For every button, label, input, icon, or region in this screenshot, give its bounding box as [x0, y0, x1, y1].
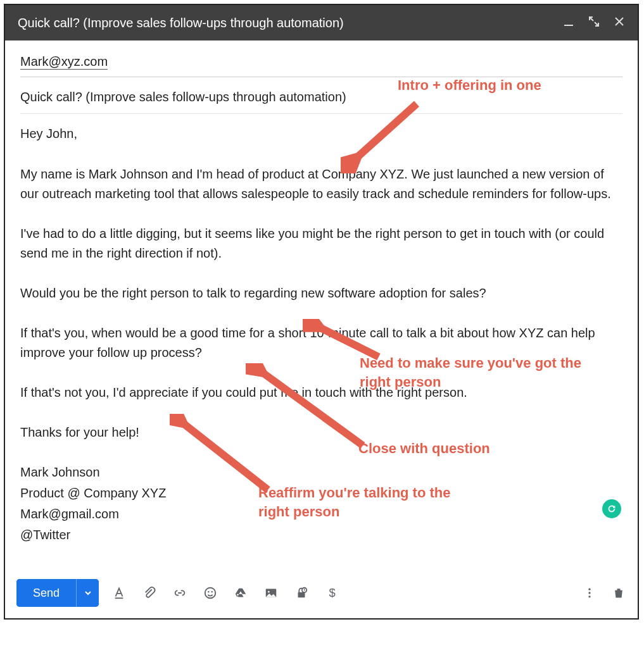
format-tools: $ [108, 585, 582, 601]
toolbar-right [582, 585, 626, 601]
greeting: Hey John, [20, 124, 622, 144]
send-options-button[interactable] [76, 579, 99, 607]
body-p1: My name is Mark Johnson and I'm head of … [20, 165, 622, 204]
body-p3: Would you be the right person to talk to… [20, 284, 622, 303]
svg-point-7 [208, 591, 209, 592]
svg-point-14 [588, 589, 590, 590]
emoji-icon[interactable] [203, 585, 218, 601]
minimize-icon[interactable] [563, 16, 574, 30]
svg-rect-11 [298, 592, 305, 597]
compose-window: Quick call? (Improve sales follow-ups th… [4, 4, 639, 620]
svg-text:$: $ [329, 586, 335, 599]
attach-icon[interactable] [142, 585, 157, 601]
body-p4: If that's you, when would be a good time… [20, 323, 622, 363]
compose-body: Mark@xyz.com Quick call? (Improve sales … [5, 40, 638, 570]
body-p2: I've had to do a little digging, but it … [20, 224, 622, 263]
body-p6: Thanks for your help! [20, 423, 622, 442]
svg-point-16 [588, 595, 590, 597]
image-icon[interactable] [263, 585, 279, 601]
svg-rect-0 [564, 25, 573, 26]
text-format-icon[interactable] [111, 585, 127, 601]
signature-twitter: @Twitter [20, 525, 622, 545]
send-button-group: Send [16, 579, 99, 607]
subject-field[interactable]: Quick call? (Improve sales follow-ups th… [20, 81, 622, 114]
svg-point-8 [212, 591, 213, 592]
svg-point-15 [588, 592, 590, 594]
svg-rect-5 [115, 597, 123, 599]
to-field[interactable]: Mark@xyz.com [20, 52, 622, 77]
compose-toolbar: Send [5, 570, 638, 618]
titlebar-subject: Quick call? (Improve sales follow-ups th… [18, 16, 344, 30]
grammarly-icon[interactable] [602, 499, 621, 518]
body-p5: If that's not you, I'd appreciate if you… [20, 383, 622, 402]
more-options-icon[interactable] [582, 585, 597, 601]
send-button[interactable]: Send [16, 579, 76, 607]
titlebar-controls [563, 16, 625, 30]
link-icon[interactable] [172, 585, 187, 601]
signature-email: Mark@gmail.com [20, 504, 622, 524]
svg-point-6 [205, 588, 216, 599]
titlebar: Quick call? (Improve sales follow-ups th… [5, 5, 638, 40]
confidential-icon[interactable] [294, 585, 309, 601]
money-icon[interactable]: $ [324, 585, 339, 601]
svg-point-10 [268, 591, 270, 593]
signature-title: Product @ Company XYZ [20, 483, 622, 503]
signature-name: Mark Johnson [20, 463, 622, 482]
drive-icon[interactable] [233, 585, 248, 601]
recipient-chip[interactable]: Mark@xyz.com [20, 54, 108, 70]
expand-icon[interactable] [588, 16, 600, 30]
email-body[interactable]: Hey John, My name is Mark Johnson and I'… [20, 120, 622, 563]
trash-icon[interactable] [611, 585, 626, 601]
close-icon[interactable] [614, 16, 625, 30]
